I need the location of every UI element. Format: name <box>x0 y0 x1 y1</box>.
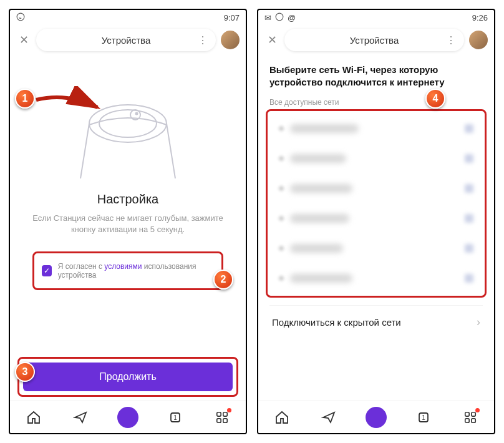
more-icon[interactable]: ⋮ <box>446 34 457 46</box>
network-row[interactable] <box>268 203 485 233</box>
svg-rect-10 <box>223 418 227 422</box>
agree-text: Я согласен с условиями использования уст… <box>58 262 214 280</box>
network-row[interactable] <box>268 233 485 263</box>
header: ✕ Устройства ⋮ <box>10 25 246 55</box>
setup-title: Настройка <box>25 192 231 207</box>
header-title: Устройства <box>102 35 150 46</box>
status-bar: ✉ @ 9:26 <box>258 10 494 25</box>
svg-point-4 <box>135 112 138 115</box>
wifi-signal-icon <box>465 274 473 283</box>
svg-rect-7 <box>217 412 221 416</box>
annotation-arrow <box>30 86 105 124</box>
screen-setup: 9:07 ✕ Устройства ⋮ Настройка Если Станц… <box>9 9 247 434</box>
setup-subtitle: Если Станция сейчас не мигает голубым, з… <box>25 213 231 235</box>
network-row[interactable] <box>268 144 485 173</box>
wifi-signal-icon <box>465 154 473 163</box>
svg-text:1: 1 <box>173 414 177 421</box>
svg-rect-15 <box>472 412 475 416</box>
nav-alice-icon[interactable] <box>366 407 387 428</box>
header-title-pill[interactable]: Устройства ⋮ <box>284 29 464 51</box>
status-bar: 9:07 <box>10 10 246 25</box>
mail-icon: ✉ <box>264 13 271 22</box>
continue-button[interactable]: Продолжить <box>23 363 233 391</box>
bottom-nav: 1 <box>258 401 494 433</box>
svg-rect-14 <box>465 412 469 416</box>
wifi-signal-icon <box>465 124 473 133</box>
at-icon: @ <box>288 13 296 22</box>
close-icon[interactable]: ✕ <box>264 32 279 47</box>
avatar[interactable] <box>469 31 488 49</box>
nav-send-icon[interactable] <box>318 407 339 428</box>
network-row[interactable] <box>268 114 485 144</box>
nav-home-icon[interactable] <box>23 407 44 428</box>
nav-alice-icon[interactable] <box>117 407 138 428</box>
annotation-marker-1: 1 <box>15 89 35 109</box>
svg-rect-17 <box>472 418 475 422</box>
screen-wifi: ✉ @ 9:26 ✕ Устройства ⋮ Выберите сеть Wi… <box>257 9 495 434</box>
header: ✕ Устройства ⋮ <box>258 25 494 55</box>
network-row[interactable] <box>268 263 485 293</box>
nav-services-icon[interactable] <box>211 407 233 428</box>
svg-point-11 <box>276 13 283 21</box>
notification-dot-icon <box>475 408 480 412</box>
agree-row[interactable]: ✓ Я согласен с условиями использования у… <box>32 251 223 290</box>
annotation-marker-3: 3 <box>15 362 35 382</box>
svg-text:1: 1 <box>422 414 425 421</box>
terms-link[interactable]: условиями <box>104 262 142 271</box>
svg-rect-9 <box>217 418 221 422</box>
whatsapp-icon <box>16 12 25 23</box>
nav-send-icon[interactable] <box>70 407 91 428</box>
networks-list <box>266 109 487 298</box>
bottom-nav: 1 <box>10 401 246 433</box>
agree-checkbox[interactable]: ✓ <box>42 265 52 276</box>
wifi-signal-icon <box>465 214 473 223</box>
hidden-network-row[interactable]: Подключиться к скрытой сети › <box>269 305 483 339</box>
svg-rect-16 <box>465 418 469 422</box>
notification-dot-icon <box>227 408 231 412</box>
nav-home-icon[interactable] <box>271 407 293 428</box>
wifi-signal-icon <box>465 184 473 193</box>
close-icon[interactable]: ✕ <box>16 32 31 47</box>
more-icon[interactable]: ⋮ <box>198 34 208 46</box>
svg-point-2 <box>99 110 157 137</box>
header-title-pill[interactable]: Устройства ⋮ <box>36 29 216 51</box>
svg-point-0 <box>17 13 24 21</box>
annotation-marker-4: 4 <box>425 89 445 109</box>
networks-label: Все доступные сети <box>269 98 483 107</box>
nav-services-icon[interactable] <box>460 407 481 428</box>
continue-wrap: Продолжить <box>17 357 238 397</box>
network-row[interactable] <box>268 173 485 203</box>
header-title: Устройства <box>350 35 399 46</box>
status-time: 9:26 <box>472 13 488 22</box>
svg-rect-8 <box>223 412 227 416</box>
wifi-heading: Выберите сеть Wi-Fi, через которую устро… <box>269 64 483 89</box>
hidden-network-label: Подключиться к скрытой сети <box>272 317 401 328</box>
whatsapp-icon <box>275 12 284 23</box>
wifi-signal-icon <box>465 244 473 253</box>
nav-tabs-icon[interactable]: 1 <box>165 407 186 428</box>
status-time: 9:07 <box>224 13 240 22</box>
nav-tabs-icon[interactable]: 1 <box>413 407 434 428</box>
avatar[interactable] <box>221 31 240 49</box>
wifi-content: Выберите сеть Wi-Fi, через которую устро… <box>258 55 494 339</box>
chevron-right-icon: › <box>477 316 480 329</box>
annotation-marker-2: 2 <box>213 270 233 290</box>
